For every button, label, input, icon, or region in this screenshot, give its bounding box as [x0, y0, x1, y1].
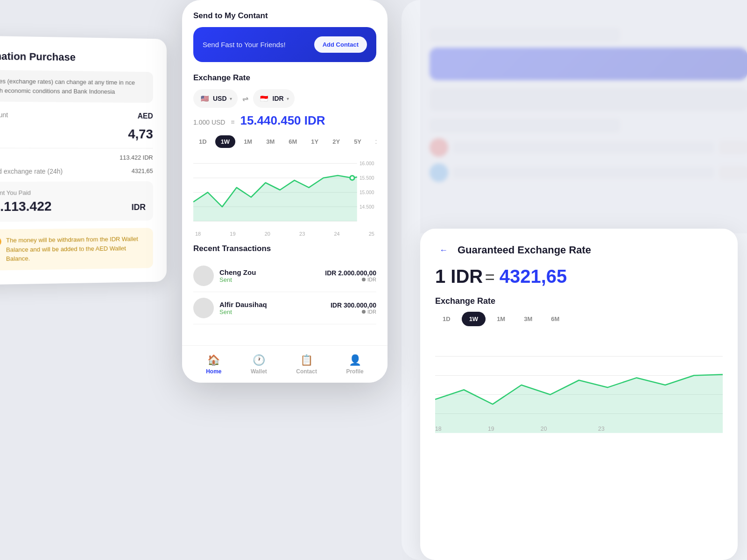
from-currency-selector[interactable]: 🇺🇸 USD ▾ [193, 89, 238, 108]
nav-profile[interactable]: 👤 Profile [346, 354, 363, 375]
chart-x-23: 23 [299, 231, 305, 237]
paid-label: ount You Paid [0, 189, 146, 196]
ger-time-tabs: 1D 1W 1M 3M 6M [435, 312, 723, 326]
guaranteed-exchange-rate-panel: ← Guaranteed Exchange Rate 1 IDR = 4321,… [420, 229, 738, 560]
right-overlay-blur [420, 0, 747, 233]
send-section-title: Send to My Contant [193, 11, 376, 21]
send-banner: Send Fast to Your Friends! Add Contact [193, 27, 376, 62]
center-content: Send to My Contant Send Fast to Your Fri… [182, 0, 388, 345]
chart-area-fill [193, 175, 357, 221]
exchange-rate-section: Exchange Rate 🇺🇸 USD ▾ ⇌ 🇮🇩 IDR ▾ 1.000 … [193, 73, 376, 128]
ger-x-23: 23 [598, 426, 605, 432]
tab-10[interactable]: 10 [370, 135, 376, 148]
ger-tab-3m[interactable]: 3M [516, 312, 540, 326]
nav-profile-label: Profile [346, 368, 363, 375]
chart-y-label-2: 15.500 [359, 175, 374, 181]
amount-value-row: 4,73 [0, 126, 153, 141]
transaction-amount-2: IDR 300.000,00 IDR [331, 301, 376, 315]
transaction-avatar-2 [193, 298, 214, 318]
ger-x-18: 18 [435, 426, 442, 432]
amount-row: Amount AED [0, 111, 153, 120]
transaction-status-1: Sent [219, 276, 325, 283]
usd-flag: 🇺🇸 [199, 93, 210, 104]
transaction-badge-2: IDR [331, 309, 376, 315]
badge-label-1: IDR [367, 277, 376, 282]
swap-icon[interactable]: ⇌ [242, 94, 248, 103]
currency-selector: 🇺🇸 USD ▾ ⇌ 🇮🇩 IDR ▾ [193, 89, 376, 108]
ger-rate-base: 1 IDR [435, 266, 483, 287]
chart-x-20: 20 [265, 231, 270, 237]
transaction-badge-1: IDR [325, 277, 376, 282]
exchange-rate-title: Exchange Rate [193, 73, 376, 83]
contact-icon: 📋 [300, 354, 313, 366]
rate-base: 1.000 USD [193, 119, 225, 126]
tab-2y[interactable]: 2Y [327, 135, 345, 148]
chart-x-25: 25 [369, 231, 374, 237]
nav-wallet[interactable]: 🕐 Wallet [251, 354, 267, 375]
nav-contact-label: Contact [296, 368, 317, 375]
badge-label-2: IDR [367, 309, 376, 315]
transaction-name-2: Alfir Dausihaq [219, 301, 331, 308]
guaranteed-row: nteed exchange rate (24h) 4321,65 [0, 168, 153, 175]
badge-dot-1 [362, 278, 366, 281]
badge-dot-2 [362, 310, 366, 314]
ger-back-button[interactable]: ← [435, 242, 452, 259]
ger-chart-fill [435, 374, 723, 433]
from-currency-code: USD [213, 95, 227, 102]
chart-y-label-1: 16.000 [359, 161, 374, 166]
chart-x-18: 18 [195, 231, 201, 237]
transaction-item-1: Cheng Zou Sent IDR 2.000.000,00 IDR [193, 260, 376, 292]
fee-value: 113.422 IDR [120, 154, 153, 161]
ger-x-20: 20 [541, 426, 547, 432]
nav-wallet-label: Wallet [251, 368, 267, 375]
warning-icon: ! [0, 237, 1, 246]
transaction-name-1: Cheng Zou [219, 268, 325, 276]
nav-contact[interactable]: 📋 Contact [296, 354, 317, 375]
ger-tab-6m[interactable]: 6M [543, 312, 567, 326]
tab-5y[interactable]: 5Y [348, 135, 367, 148]
transactions-section: Recent Transactions Cheng Zou Sent IDR 2… [193, 244, 376, 324]
profile-icon: 👤 [349, 354, 361, 366]
chart-svg: 16.000 15.500 15.000 14.500 [193, 153, 376, 227]
ger-chart-svg: 18 19 20 23 [435, 334, 723, 436]
transactions-title: Recent Transactions [193, 244, 376, 253]
ger-tab-1w[interactable]: 1W [462, 312, 486, 326]
from-currency-chevron: ▾ [230, 96, 232, 101]
transaction-status-2: Sent [219, 308, 331, 315]
chart-y-label-4: 14.500 [359, 204, 374, 210]
amount-value: 4,73 [128, 127, 153, 142]
ger-header: ← Guaranteed Exchange Rate [435, 242, 723, 259]
paid-currency: IDR [132, 203, 146, 212]
guaranteed-value: 4321,65 [132, 168, 153, 175]
ger-exchange-rate-label: Exchange Rate [435, 296, 723, 306]
tab-1m[interactable]: 1M [238, 135, 258, 148]
to-currency-chevron: ▾ [287, 96, 289, 101]
nav-home[interactable]: 🏠 Home [206, 354, 221, 375]
add-contact-button[interactable]: Add Contact [314, 36, 367, 53]
ger-rate-equals: = [485, 267, 500, 287]
ger-rate-value: 4321,65 [500, 266, 567, 287]
ger-tab-1m[interactable]: 1M [489, 312, 513, 326]
tab-6m[interactable]: 6M [283, 135, 303, 148]
wallet-icon: 🕐 [253, 354, 265, 366]
tab-1d[interactable]: 1D [193, 135, 212, 148]
chart-x-24: 24 [334, 231, 339, 237]
fee-row: 113.422 IDR [0, 154, 153, 161]
chart-x-labels: 18 19 20 23 24 25 [193, 231, 376, 237]
transaction-item-2: Alfir Dausihaq Sent IDR 300.000,00 IDR [193, 292, 376, 324]
exchange-rate-chart: 16.000 15.500 15.000 14.500 [193, 153, 376, 227]
chart-time-tabs: 1D 1W 1M 3M 6M 1Y 2Y 5Y 10 [193, 135, 376, 148]
chart-y-label-3: 15.000 [359, 190, 374, 195]
chart-x-19: 19 [230, 231, 235, 237]
amount-currency: AED [138, 112, 153, 120]
to-currency-selector[interactable]: 🇮🇩 IDR ▾ [253, 89, 295, 108]
tab-1y[interactable]: 1Y [305, 135, 324, 148]
tab-1w[interactable]: 1W [215, 135, 236, 148]
ger-tab-1d[interactable]: 1D [435, 312, 458, 326]
confirmation-notice: rates (exchange rates) can change at any… [0, 70, 153, 103]
tab-3m[interactable]: 3M [261, 135, 280, 148]
warning-banner: ! The money will be withdrawn from the I… [0, 228, 153, 270]
bottom-navigation: 🏠 Home 🕐 Wallet 📋 Contact 👤 Profile [182, 345, 388, 383]
amount-label: Amount [0, 111, 8, 119]
paid-section: ount You Paid 0.113.422 IDR [0, 181, 153, 222]
